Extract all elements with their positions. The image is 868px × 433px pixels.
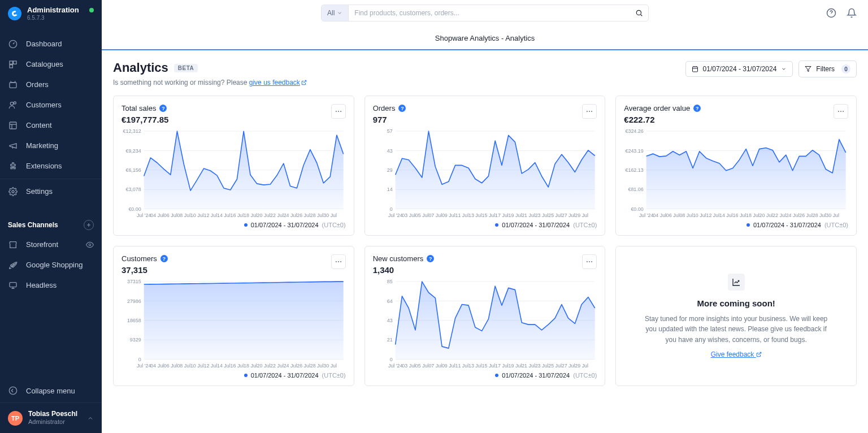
svg-rect-14	[10, 282, 16, 287]
date-range-label: 01/07/2024 - 31/07/2024	[703, 65, 777, 73]
external-link-icon	[301, 80, 307, 85]
primary-nav: DashboardCataloguesOrdersCustomersConten…	[0, 34, 102, 202]
svg-text:Jul '24: Jul '24	[388, 213, 402, 218]
help-icon[interactable]: ?	[159, 105, 167, 112]
footer-tz: (UTC±0)	[824, 222, 848, 228]
svg-point-10	[12, 190, 14, 193]
collapse-label: Collapse menu	[26, 387, 75, 395]
svg-point-13	[89, 244, 91, 246]
svg-text:43: 43	[387, 148, 392, 153]
sidebar-item-label: Customers	[26, 101, 62, 109]
calendar-icon	[692, 66, 698, 72]
search-input[interactable]	[349, 5, 630, 21]
sidebar-item-extensions[interactable]: Extensions	[0, 156, 102, 176]
card-menu-button[interactable]	[582, 254, 597, 269]
metric-card-total_sales: Total sales ? €197,777.85 €12,312€9,234€…	[113, 96, 354, 236]
svg-text:26 Jul: 26 Jul	[800, 213, 813, 218]
svg-text:08 Jul: 08 Jul	[177, 213, 190, 218]
bell-icon	[847, 8, 857, 18]
legend-dot-icon	[244, 374, 248, 377]
card-menu-button[interactable]	[331, 104, 346, 119]
svg-point-84	[838, 111, 839, 112]
svg-text:85: 85	[387, 279, 392, 284]
svg-text:07 Jul: 07 Jul	[428, 213, 442, 218]
svg-point-141	[589, 261, 590, 262]
svg-text:€81.06: €81.06	[628, 187, 644, 192]
collapse-menu-button[interactable]: Collapse menu	[0, 379, 102, 403]
card-footer: 01/07/2024 - 31/07/2024 (UTC±0)	[624, 222, 848, 228]
catalogue-icon	[8, 59, 18, 70]
more-horizontal-icon	[837, 107, 845, 115]
channel-item-headless[interactable]: Headless	[0, 275, 102, 296]
sidebar-item-label: Dashboard	[26, 40, 62, 48]
sidebar-item-marketing[interactable]: Marketing	[0, 136, 102, 156]
svg-rect-2	[14, 61, 16, 64]
help-icon[interactable]: ?	[398, 105, 406, 112]
svg-point-17	[9, 387, 16, 395]
filters-button[interactable]: Filters 0	[798, 60, 857, 77]
sidebar-item-label: Marketing	[26, 141, 58, 150]
help-button[interactable]	[825, 7, 837, 19]
sidebar-item-label: Orders	[26, 80, 49, 89]
svg-point-28	[336, 111, 337, 112]
sales-channels-header: Sales Channels	[0, 215, 102, 235]
svg-text:43: 43	[387, 318, 392, 323]
svg-text:27 Jul: 27 Jul	[561, 213, 575, 218]
svg-text:29 Jul: 29 Jul	[575, 363, 588, 369]
channel-label: Storefront	[26, 240, 58, 249]
footer-tz: (UTC±0)	[322, 222, 346, 228]
sidebar-item-dashboard[interactable]: Dashboard	[0, 34, 102, 54]
search-scope-button[interactable]: All	[322, 5, 349, 21]
svg-text:37315: 37315	[127, 279, 141, 284]
card-menu-button[interactable]	[834, 104, 848, 119]
feedback-link[interactable]: give us feedback	[249, 79, 307, 86]
metric-title: Orders ?	[373, 104, 406, 112]
filter-icon	[805, 66, 811, 72]
sidebar-item-settings[interactable]: Settings	[0, 181, 102, 202]
chart: 574329140 Jul '2403 Jul05 Jul07 Jul09 Ju…	[373, 129, 597, 219]
card-footer: 01/07/2024 - 31/07/2024 (UTC±0)	[373, 372, 597, 379]
user-menu-button[interactable]: TP Tobias Poeschl Administrator	[0, 403, 102, 433]
svg-text:64: 64	[387, 298, 392, 304]
search-button[interactable]	[630, 5, 648, 21]
metric-value: €197,777.85	[121, 115, 168, 124]
svg-text:23 Jul: 23 Jul	[535, 213, 548, 218]
metric-title: New customers ?	[373, 254, 435, 263]
svg-point-6	[14, 102, 16, 104]
more-horizontal-icon	[585, 258, 593, 266]
page-subtitle-text: Is something not working or missing? Ple…	[113, 79, 249, 86]
legend-dot-icon	[244, 223, 248, 227]
footer-range: 01/07/2024 - 31/07/2024	[502, 222, 570, 228]
sidebar-item-label: Settings	[26, 187, 53, 196]
svg-text:€9,234: €9,234	[125, 148, 141, 153]
svg-text:26 Jul: 26 Jul	[297, 363, 310, 369]
sidebar-item-label: Extensions	[26, 162, 62, 170]
sidebar-item-catalogues[interactable]: Catalogues	[0, 54, 102, 75]
page-header: Analytics BETA Is something not working …	[113, 60, 857, 86]
sidebar-item-content[interactable]: Content	[0, 115, 102, 136]
svg-text:28 Jul: 28 Jul	[813, 213, 826, 218]
footer-range: 01/07/2024 - 31/07/2024	[502, 372, 570, 379]
help-icon[interactable]: ?	[160, 255, 168, 262]
add-channel-button[interactable]	[84, 220, 94, 230]
svg-text:0: 0	[389, 206, 392, 211]
channel-label: Headless	[26, 281, 57, 289]
date-range-button[interactable]: 01/07/2024 - 31/07/2024	[685, 61, 793, 77]
channel-item-storefront[interactable]: Storefront	[0, 235, 102, 255]
card-menu-button[interactable]	[582, 104, 597, 119]
sidebar-item-customers[interactable]: Customers	[0, 95, 102, 115]
svg-text:10 Jul: 10 Jul	[693, 213, 706, 218]
svg-point-56	[587, 111, 588, 112]
metric-value: 977	[373, 115, 406, 124]
help-icon[interactable]: ?	[427, 255, 434, 262]
svg-text:05 Jul: 05 Jul	[415, 213, 429, 218]
coming-soon-link[interactable]: Give feedback	[711, 350, 762, 358]
channel-item-google-shopping[interactable]: Google Shopping	[0, 255, 102, 275]
sidebar-item-orders[interactable]: Orders	[0, 75, 102, 95]
card-menu-button[interactable]	[331, 254, 346, 269]
metric-title: Customers ?	[121, 254, 168, 263]
help-icon[interactable]: ?	[693, 105, 701, 112]
notifications-button[interactable]	[845, 7, 858, 19]
more-horizontal-icon	[335, 107, 342, 115]
svg-text:23 Jul: 23 Jul	[535, 363, 548, 369]
